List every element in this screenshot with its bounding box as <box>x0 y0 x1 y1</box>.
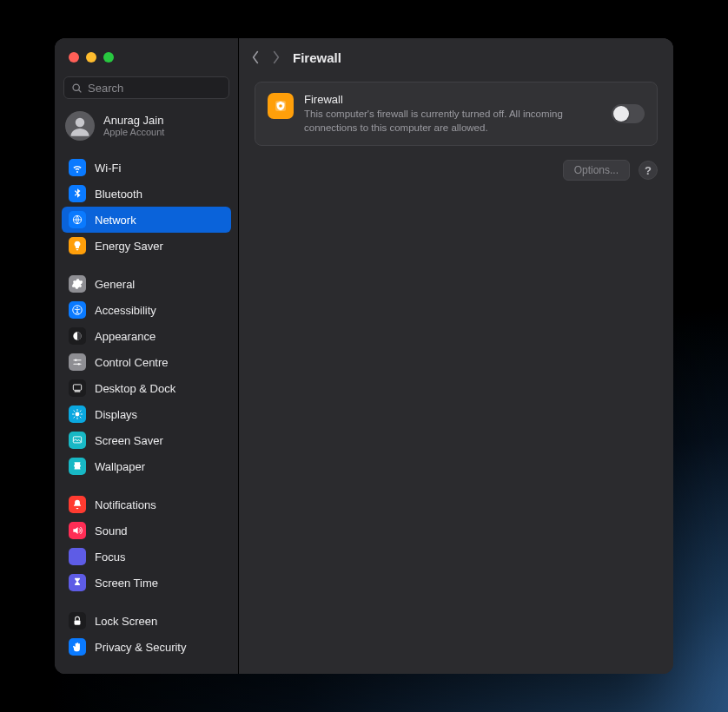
svg-line-17 <box>80 417 81 418</box>
sidebar-item-sound[interactable]: Sound <box>62 518 231 544</box>
globe-icon <box>69 211 86 228</box>
settings-window: Anurag Jain Apple Account Wi-FiBluetooth… <box>55 38 673 674</box>
sidebar-item-label: Energy Saver <box>95 240 163 253</box>
speaker-icon <box>69 522 86 539</box>
sidebar-item-focus[interactable]: Focus <box>62 544 231 570</box>
sidebar-item-wi-fi[interactable]: Wi-Fi <box>62 155 231 181</box>
sidebar-item-label: Displays <box>95 408 137 421</box>
account-name: Anurag Jain <box>103 115 164 128</box>
help-button[interactable]: ? <box>639 161 658 180</box>
svg-line-1 <box>79 89 82 92</box>
sidebar-item-label: Sound <box>95 524 128 537</box>
firewall-toggle[interactable] <box>612 104 645 123</box>
svg-rect-21 <box>75 620 81 624</box>
displays-icon <box>69 405 86 423</box>
search-input[interactable] <box>88 82 222 95</box>
firewall-icon <box>268 93 294 119</box>
sidebar-item-control-centre[interactable]: Control Centre <box>62 349 231 375</box>
sidebar-item-label: Screen Time <box>95 577 158 590</box>
sidebar-item-accessibility[interactable]: Accessibility <box>62 297 231 323</box>
sidebar-item-lock-screen[interactable]: Lock Screen <box>62 608 231 634</box>
accessibility-icon <box>69 301 86 319</box>
avatar <box>65 111 95 141</box>
search-field-container[interactable] <box>63 76 229 99</box>
svg-point-7 <box>75 359 76 361</box>
sidebar-item-label: Focus <box>95 550 125 564</box>
sidebar-item-displays[interactable]: Displays <box>62 401 231 427</box>
sidebar-item-screen-saver[interactable]: Screen Saver <box>62 427 231 453</box>
wifi-icon <box>69 159 86 176</box>
lock-icon <box>69 612 86 630</box>
sidebar-item-energy-saver[interactable]: Energy Saver <box>62 233 231 259</box>
toggle-knob <box>613 106 629 122</box>
sidebar-item-label: Desktop & Dock <box>95 382 175 395</box>
sidebar-item-label: Screen Saver <box>95 434 163 447</box>
minimize-window-button[interactable] <box>86 52 96 63</box>
svg-point-11 <box>76 412 80 417</box>
svg-line-18 <box>74 417 75 418</box>
sidebar-item-label: Privacy & Security <box>95 641 186 654</box>
window-controls <box>55 38 238 76</box>
sidebar-item-bluetooth[interactable]: Bluetooth <box>62 181 231 207</box>
moon-icon <box>69 548 86 565</box>
sidebar-item-wallpaper[interactable]: Wallpaper <box>62 453 231 479</box>
svg-line-19 <box>80 411 81 412</box>
sidebar-item-notifications[interactable]: Notifications <box>62 491 231 518</box>
firewall-card-title: Firewall <box>304 93 596 106</box>
bulb-icon <box>69 237 86 254</box>
svg-rect-10 <box>75 391 81 392</box>
sidebar-item-label: Bluetooth <box>95 188 142 201</box>
forward-button[interactable] <box>272 50 281 64</box>
svg-line-16 <box>74 411 75 412</box>
sidebar-item-desktop-dock[interactable]: Desktop & Dock <box>62 375 231 401</box>
appearance-icon <box>69 327 86 345</box>
sidebar-item-label: Control Centre <box>95 356 169 369</box>
svg-point-23 <box>279 104 282 108</box>
sidebar-item-label: Accessibility <box>95 304 156 317</box>
svg-point-0 <box>73 84 79 90</box>
sidebar-item-label: Lock Screen <box>95 615 157 628</box>
dock-icon <box>69 379 86 397</box>
sidebar-item-label: Wi-Fi <box>95 162 121 175</box>
firewall-card-desc: This computer's firewall is currently tu… <box>304 108 596 135</box>
main-pane: Firewall Firewall This computer's firewa… <box>239 38 673 674</box>
sidebar-item-label: Wallpaper <box>95 460 145 473</box>
sidebar-item-account[interactable]: Anurag Jain Apple Account <box>55 106 238 153</box>
account-subtitle: Apple Account <box>103 127 164 137</box>
sidebar: Anurag Jain Apple Account Wi-FiBluetooth… <box>55 38 239 674</box>
close-window-button[interactable] <box>69 52 79 63</box>
svg-point-5 <box>76 307 78 308</box>
sidebar-item-privacy-security[interactable]: Privacy & Security <box>62 634 231 660</box>
screensaver-icon <box>69 432 86 449</box>
fullscreen-window-button[interactable] <box>103 52 114 63</box>
bell-icon <box>69 496 86 513</box>
bluetooth-icon <box>69 185 86 202</box>
hourglass-icon <box>69 574 86 591</box>
svg-rect-9 <box>73 385 81 390</box>
sidebar-item-network[interactable]: Network <box>62 207 231 233</box>
sidebar-item-label: Network <box>95 214 136 227</box>
svg-point-8 <box>78 363 80 365</box>
sidebar-item-appearance[interactable]: Appearance <box>62 323 231 349</box>
sidebar-item-general[interactable]: General <box>62 271 231 297</box>
sidebar-item-label: Appearance <box>95 330 156 343</box>
sidebar-list[interactable]: Wi-FiBluetoothNetworkEnergy SaverGeneral… <box>55 153 238 674</box>
sidebar-item-label: General <box>95 278 135 291</box>
firewall-card: Firewall This computer's firewall is cur… <box>255 82 658 146</box>
wallpaper-icon <box>69 458 86 475</box>
gear-icon <box>69 275 86 293</box>
options-button[interactable]: Options... <box>563 160 630 181</box>
back-button[interactable] <box>251 50 260 64</box>
page-title: Firewall <box>293 50 341 65</box>
hand-icon <box>69 638 86 656</box>
sidebar-item-label: Notifications <box>95 498 156 511</box>
sliders-icon <box>69 353 86 371</box>
svg-point-2 <box>76 118 85 128</box>
topbar: Firewall <box>239 38 673 76</box>
search-icon <box>71 82 83 94</box>
sidebar-item-screen-time[interactable]: Screen Time <box>62 570 231 596</box>
